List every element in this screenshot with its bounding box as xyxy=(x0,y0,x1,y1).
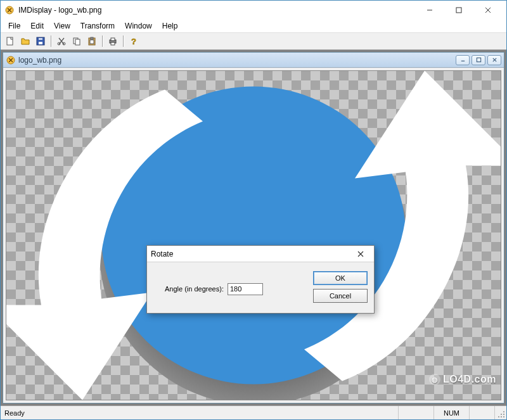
menu-edit[interactable]: Edit xyxy=(25,20,49,32)
angle-label: Angle (in degrees): xyxy=(153,285,224,293)
status-empty-1 xyxy=(399,406,434,419)
dialog-titlebar[interactable]: Rotate xyxy=(147,246,374,262)
transparency-checkerboard xyxy=(6,70,501,400)
svg-rect-12 xyxy=(90,40,94,44)
document-window-controls xyxy=(456,55,501,65)
svg-rect-5 xyxy=(39,38,42,40)
resize-grip[interactable] xyxy=(495,406,506,419)
menu-window[interactable]: Window xyxy=(120,20,157,32)
svg-point-24 xyxy=(498,416,499,417)
window-title: IMDisplay - logo_wb.png xyxy=(18,6,415,15)
statusbar: Ready NUM xyxy=(1,405,506,419)
document-close-button[interactable] xyxy=(487,55,501,65)
help-question-icon[interactable]: ? xyxy=(127,34,141,48)
open-folder-icon[interactable] xyxy=(18,34,32,48)
ok-button[interactable]: OK xyxy=(313,271,368,285)
dialog-title: Rotate xyxy=(151,250,351,258)
toolbar-separator xyxy=(49,34,53,48)
menubar: File Edit View Transform Window Help xyxy=(1,20,506,32)
cancel-button[interactable]: Cancel xyxy=(313,289,368,303)
document-canvas[interactable]: Rotate Angle (in degrees): OK Cancel xyxy=(3,68,504,403)
ok-button-label: OK xyxy=(335,274,345,282)
menu-view[interactable]: View xyxy=(49,20,75,32)
cancel-button-label: Cancel xyxy=(330,292,351,300)
svg-rect-2 xyxy=(7,37,13,45)
dialog-field-row: Angle (in degrees): xyxy=(153,271,304,303)
svg-point-25 xyxy=(501,416,502,417)
rotate-dialog: Rotate Angle (in degrees): OK Cancel xyxy=(146,245,375,314)
svg-text:?: ? xyxy=(131,37,136,46)
image-content xyxy=(6,71,501,400)
menu-file[interactable]: File xyxy=(3,20,25,32)
document-titlebar[interactable]: logo_wb.png xyxy=(3,53,504,68)
svg-rect-15 xyxy=(111,42,115,45)
status-numlock: NUM xyxy=(434,406,470,419)
svg-rect-4 xyxy=(39,42,42,44)
document-title: logo_wb.png xyxy=(18,56,456,65)
titlebar: IMDisplay - logo_wb.png xyxy=(1,1,506,20)
toolbar: ? xyxy=(1,32,506,50)
svg-point-26 xyxy=(503,416,504,417)
copy-icon[interactable] xyxy=(70,34,84,48)
document-maximize-button[interactable] xyxy=(472,55,485,65)
dialog-buttons: OK Cancel xyxy=(313,271,368,303)
document-icon xyxy=(6,55,16,65)
maximize-button[interactable] xyxy=(444,1,473,20)
svg-point-23 xyxy=(503,414,504,415)
print-icon[interactable] xyxy=(106,34,120,48)
toolbar-separator xyxy=(121,34,125,48)
mdi-client-area: logo_wb.png xyxy=(1,50,506,405)
dialog-close-button[interactable] xyxy=(351,247,370,261)
minimize-button[interactable] xyxy=(415,1,444,20)
svg-point-22 xyxy=(501,414,502,415)
toolbar-separator xyxy=(100,34,105,48)
status-ready: Ready xyxy=(1,406,399,419)
status-empty-2 xyxy=(470,406,495,419)
svg-rect-14 xyxy=(111,38,115,41)
menu-transform[interactable]: Transform xyxy=(75,20,120,32)
document-minimize-button[interactable] xyxy=(456,55,470,65)
svg-rect-18 xyxy=(477,58,480,61)
app-icon xyxy=(4,5,15,15)
save-disk-icon[interactable] xyxy=(34,34,48,48)
svg-rect-1 xyxy=(456,8,461,13)
svg-rect-9 xyxy=(75,39,80,45)
menu-help[interactable]: Help xyxy=(157,20,183,32)
new-file-icon[interactable] xyxy=(3,34,17,48)
svg-rect-11 xyxy=(91,37,93,39)
dialog-body: Angle (in degrees): OK Cancel xyxy=(147,262,374,313)
main-window: IMDisplay - logo_wb.png File Edit View T… xyxy=(0,0,507,420)
document-window: logo_wb.png xyxy=(3,52,504,404)
paste-clipboard-icon[interactable] xyxy=(85,34,99,48)
window-controls xyxy=(415,1,503,20)
svg-point-21 xyxy=(503,411,504,412)
angle-input[interactable] xyxy=(228,283,263,295)
cut-scissors-icon[interactable] xyxy=(55,34,68,48)
close-button[interactable] xyxy=(473,1,503,20)
